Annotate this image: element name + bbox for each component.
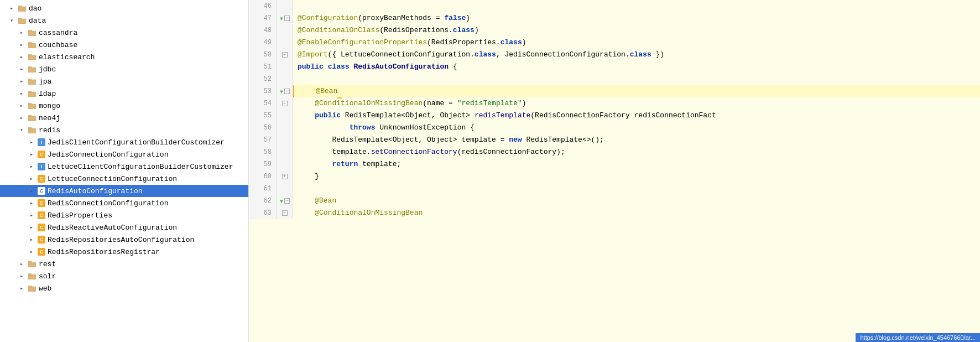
gutter-48	[277, 24, 293, 37]
folder-icon-web	[28, 285, 37, 292]
gutter-47[interactable]: ▾	[277, 12, 293, 24]
svg-rect-8	[28, 55, 36, 60]
sidebar-item-jdbc-label: jdbc	[39, 65, 56, 74]
sidebar-item-couchbase[interactable]: couchbase	[0, 39, 248, 51]
interface-icon-jedisclient: I	[38, 138, 45, 146]
gutter-53: ▾	[277, 85, 293, 97]
tree-arrow-jpa	[20, 78, 28, 85]
code-line-59: return template;	[293, 158, 980, 170]
file-tree[interactable]: dao data cassandra	[0, 0, 249, 342]
svg-rect-13	[28, 79, 32, 80]
sidebar-item-jedisconn[interactable]: C JedisConnectionConfiguration	[0, 148, 248, 160]
tree-arrow-elasticsearch	[20, 54, 28, 60]
sidebar-item-rest[interactable]: rest	[0, 258, 248, 270]
folder-icon-data	[18, 17, 27, 24]
class-icon-redisconn: C	[38, 199, 45, 207]
sidebar-item-web[interactable]: web	[0, 282, 248, 294]
sidebar-item-lettuceclient[interactable]: I LettuceClientConfigurationBuilderCusto…	[0, 160, 248, 173]
sidebar-item-redisauto-label: RedisAutoConfiguration	[48, 187, 143, 195]
code-line-46	[293, 0, 980, 12]
svg-rect-14	[28, 92, 36, 97]
code-line-52	[293, 73, 980, 85]
sidebar-item-dao[interactable]: dao	[0, 2, 248, 14]
svg-rect-24	[28, 274, 36, 279]
code-line-54: @ConditionalOnMissingBean(name = "redisT…	[293, 97, 980, 110]
sidebar-item-couchbase-label: couchbase	[39, 41, 77, 49]
code-line-53: @Bean	[293, 85, 980, 97]
sidebar-item-cassandra-label: cassandra	[39, 29, 77, 37]
gutter-54[interactable]	[277, 97, 293, 110]
sidebar-item-solr[interactable]: solr	[0, 270, 248, 282]
code-line-63: @ConditionalOnMissingBean	[293, 207, 980, 219]
class-icon-jedisconn: C	[38, 151, 45, 158]
sidebar-item-neo4j-label: neo4j	[39, 114, 60, 122]
gutter-58	[277, 146, 293, 158]
code-line-47: @Configuration(proxyBeanMethods = false)	[293, 12, 980, 24]
code-content[interactable]: @Configuration(proxyBeanMethods = false)…	[293, 0, 980, 219]
svg-rect-7	[28, 42, 32, 44]
sidebar-item-redisreact[interactable]: C RedisReactiveAutoConfiguration	[0, 221, 248, 234]
folder-icon-jpa	[28, 78, 37, 85]
folder-icon-elasticsearch	[28, 54, 37, 60]
folder-icon-rest	[28, 261, 37, 267]
sidebar-item-jdbc[interactable]: jdbc	[0, 63, 248, 75]
sidebar-item-redis[interactable]: redis	[0, 124, 248, 136]
tree-arrow-redisprops	[30, 212, 38, 219]
svg-rect-26	[28, 287, 36, 292]
sidebar-item-solr-label: solr	[39, 272, 56, 281]
sidebar-item-mongo[interactable]: mongo	[0, 100, 248, 112]
class-icon-redisreact: C	[38, 224, 45, 231]
tree-arrow-couchbase	[20, 42, 28, 48]
sidebar-item-redisconn-label: RedisConnectionConfiguration	[48, 199, 168, 208]
folder-icon-cassandra	[28, 29, 37, 36]
sidebar-item-web-label: web	[39, 284, 51, 293]
svg-rect-1	[18, 6, 22, 7]
tree-arrow-redisreporeg	[30, 248, 38, 255]
sidebar-item-redisconn[interactable]: C RedisConnectionConfiguration	[0, 197, 248, 209]
sidebar-item-elasticsearch[interactable]: elasticsearch	[0, 51, 248, 63]
svg-rect-11	[28, 66, 32, 68]
svg-rect-9	[28, 54, 32, 56]
status-url: https://blog.csdn.net/weixin_45467660/ar…	[860, 334, 976, 341]
sidebar-item-lettuceconn-label: LettuceConnectionConfiguration	[48, 175, 177, 183]
sidebar-item-redisprops[interactable]: C RedisProperties	[0, 209, 248, 221]
gutter-50[interactable]	[277, 49, 293, 61]
code-line-56: throws UnknownHostException {	[293, 122, 980, 134]
sidebar-item-redisreporeg[interactable]: C RedisRepositoriesRegistrar	[0, 246, 248, 258]
code-line-62: @Bean	[293, 195, 980, 207]
svg-rect-15	[28, 91, 32, 92]
gutter-60[interactable]	[277, 170, 293, 183]
sidebar-item-data[interactable]: data	[0, 14, 248, 27]
gutter-63[interactable]	[277, 207, 293, 219]
tree-arrow-rest	[20, 261, 28, 267]
tree-arrow-dao	[10, 5, 18, 12]
code-line-55: public RedisTemplate<Object, Object> red…	[293, 110, 980, 122]
sidebar-item-ldap[interactable]: ldap	[0, 87, 248, 100]
sidebar-item-redis-label: redis	[39, 126, 60, 134]
line-numbers: 46 47 48 49 50 51 52 53 54 55 56 57 58 5…	[249, 0, 277, 219]
code-line-58: template.setConnectionFactory(redisConne…	[293, 146, 980, 158]
tree-arrow-jdbc	[20, 66, 28, 72]
sidebar-item-ldap-label: ldap	[39, 90, 56, 98]
sidebar-item-redisauto[interactable]: C RedisAutoConfiguration	[0, 185, 248, 197]
svg-rect-25	[28, 273, 32, 275]
gutter-46	[277, 0, 293, 12]
code-editor[interactable]: 46 47 48 49 50 51 52 53 54 55 56 57 58 5…	[249, 0, 980, 342]
sidebar-item-lettuceconn[interactable]: C LettuceConnectionConfiguration	[0, 173, 248, 185]
sidebar-item-cassandra[interactable]: cassandra	[0, 27, 248, 39]
sidebar-item-neo4j[interactable]: neo4j	[0, 112, 248, 124]
tree-arrow-redisconn	[30, 200, 38, 206]
sidebar-item-elasticsearch-label: elasticsearch	[39, 53, 95, 61]
tree-arrow-jedisclient	[30, 139, 38, 146]
sidebar-item-jpa[interactable]: jpa	[0, 75, 248, 87]
tree-arrow-redis	[20, 127, 28, 133]
svg-rect-12	[28, 80, 36, 85]
sidebar-item-jedisclient[interactable]: I JedisClientConfigurationBuilderCustomi…	[0, 136, 248, 148]
svg-rect-17	[28, 103, 32, 105]
code-line-48: @ConditionalOnClass(RedisOperations.clas…	[293, 24, 980, 37]
code-line-60: }	[293, 170, 980, 183]
folder-icon-couchbase	[28, 42, 37, 48]
tree-arrow-redisauto	[30, 188, 38, 194]
class-icon-lettuceconn: C	[38, 175, 45, 183]
sidebar-item-redisrepoauto[interactable]: C RedisRepositoriesAutoConfiguration	[0, 234, 248, 246]
